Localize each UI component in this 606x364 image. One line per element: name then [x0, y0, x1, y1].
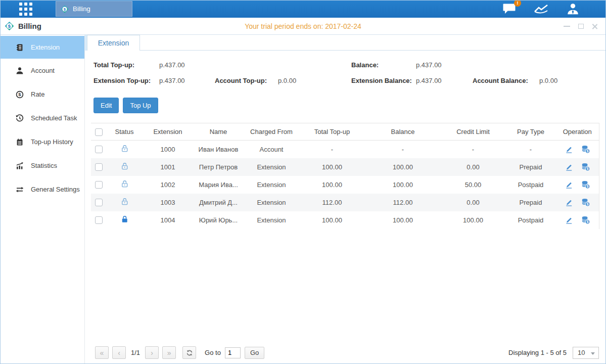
- sidebar: Extension Account $ Rate Scheduled Task …: [0, 35, 85, 364]
- extension-balance-label: Extension Balance:: [351, 77, 416, 84]
- edit-icon[interactable]: [565, 163, 573, 171]
- row-checkbox[interactable]: [95, 146, 103, 153]
- svg-text:$: $: [586, 202, 588, 206]
- taskbar-tab-billing[interactable]: $ Billing: [56, 1, 132, 17]
- close-button[interactable]: [592, 23, 598, 29]
- billing-diamond-icon: $: [5, 21, 14, 31]
- cell-charged-from: Extension: [244, 158, 299, 176]
- minimize-button[interactable]: [564, 26, 570, 27]
- sidebar-item-statistics[interactable]: Statistics: [0, 154, 84, 177]
- lock-status-icon[interactable]: [120, 162, 129, 170]
- messages-icon[interactable]: !: [502, 3, 517, 15]
- cell-credit-limit: 0.00: [441, 194, 505, 211]
- svg-text:$: $: [586, 220, 588, 224]
- statistics-chart-icon[interactable]: [534, 3, 549, 15]
- svg-text:$: $: [18, 92, 21, 97]
- cell-balance: 100.00: [365, 211, 441, 229]
- account-topup-label: Account Top-up:: [215, 77, 278, 84]
- lock-status-icon[interactable]: [120, 197, 129, 206]
- top-up-button[interactable]: Top Up: [123, 98, 158, 113]
- cell-name: Дмитрий Д...: [193, 194, 244, 211]
- edit-button[interactable]: Edit: [94, 98, 119, 113]
- row-checkbox[interactable]: [95, 199, 103, 206]
- col-extension: Extension: [143, 123, 193, 141]
- cell-charged-from: Extension: [244, 194, 299, 211]
- account-topup-value: p.0.00: [278, 77, 351, 84]
- sidebar-item-topup-history[interactable]: Top-up History: [0, 130, 84, 154]
- window-title: Billing: [18, 22, 41, 30]
- edit-icon[interactable]: [565, 198, 573, 207]
- balance-label: Balance:: [351, 61, 416, 69]
- sidebar-item-account[interactable]: Account: [0, 59, 84, 82]
- next-page-button[interactable]: ›: [145, 346, 159, 359]
- total-topup-label: Total Top-up:: [94, 61, 159, 69]
- chevron-down-icon: [591, 352, 595, 355]
- sidebar-item-label: Scheduled Task: [31, 114, 77, 122]
- col-operation: Operation: [556, 123, 599, 141]
- top-up-coins-icon[interactable]: $: [581, 162, 590, 171]
- page-size-select[interactable]: 10: [573, 347, 599, 359]
- user-account-icon[interactable]: [566, 3, 580, 16]
- svg-text:$: $: [64, 7, 66, 11]
- cell-extension: 1002: [143, 176, 193, 194]
- cell-pay-type: Postpaid: [505, 211, 556, 229]
- svg-text:$: $: [586, 167, 588, 171]
- sidebar-item-label: Statistics: [31, 162, 57, 169]
- edit-icon[interactable]: [565, 180, 573, 189]
- lock-status-icon[interactable]: [120, 179, 129, 188]
- cell-extension: 1003: [143, 194, 193, 211]
- lock-status-icon[interactable]: [120, 144, 129, 153]
- select-all-checkbox[interactable]: [95, 128, 103, 136]
- first-page-button[interactable]: «: [95, 346, 109, 359]
- tab-strip: Extension: [85, 35, 606, 51]
- cell-total-topup: 100.00: [299, 158, 365, 176]
- balance-value: p.437.00: [416, 61, 473, 69]
- refresh-button[interactable]: [182, 346, 196, 359]
- svg-text:$: $: [586, 149, 588, 153]
- row-checkbox[interactable]: [95, 216, 103, 224]
- col-credit-limit: Credit Limit: [441, 123, 505, 141]
- goto-page-input[interactable]: [225, 347, 241, 358]
- sidebar-item-rate[interactable]: $ Rate: [0, 82, 84, 106]
- cell-extension: 1001: [143, 158, 193, 176]
- sidebar-item-scheduled-task[interactable]: Scheduled Task: [0, 106, 84, 130]
- sidebar-item-label: General Settings: [31, 186, 80, 193]
- maximize-button[interactable]: [578, 24, 584, 29]
- top-up-coins-icon[interactable]: $: [581, 198, 590, 207]
- cell-extension: 1000: [143, 141, 193, 158]
- table-row: 1004 Юрий Юрь... Extension 100.00 100.00…: [91, 211, 599, 229]
- go-button[interactable]: Go: [245, 347, 264, 359]
- sidebar-item-label: Extension: [31, 43, 60, 51]
- cell-credit-limit: 50.00: [441, 176, 505, 194]
- top-up-coins-icon[interactable]: $: [581, 215, 590, 224]
- cell-credit-limit: -: [441, 141, 505, 158]
- tab-extension[interactable]: Extension: [87, 35, 140, 51]
- prev-page-button[interactable]: ‹: [112, 346, 126, 359]
- table-row: 1000 Иван Иванов Account - - - - $: [91, 141, 599, 158]
- cell-charged-from: Extension: [244, 211, 299, 229]
- row-checkbox[interactable]: [95, 163, 103, 171]
- col-pay-type: Pay Type: [505, 123, 556, 141]
- cell-name: Мария Ива...: [193, 176, 244, 194]
- lock-status-icon[interactable]: [120, 215, 129, 223]
- cell-extension: 1004: [143, 211, 193, 229]
- account-balance-label: Account Balance:: [473, 77, 539, 84]
- cell-pay-type: Prepaid: [505, 158, 556, 176]
- app-launcher-grid-icon[interactable]: [19, 3, 33, 16]
- last-page-button[interactable]: »: [162, 346, 176, 359]
- row-checkbox[interactable]: [95, 181, 103, 189]
- sidebar-item-general-settings[interactable]: General Settings: [0, 177, 84, 201]
- cell-charged-from: Extension: [244, 176, 299, 194]
- billing-diamond-icon: $: [61, 5, 69, 13]
- pagination-bar: « ‹ 1/1 › » Go to Go Displaying 1 - 5 of…: [95, 346, 599, 359]
- cell-balance: 112.00: [365, 194, 441, 211]
- sidebar-item-extension[interactable]: Extension: [0, 36, 84, 59]
- col-charged-from: Charged From: [244, 123, 299, 141]
- top-up-coins-icon[interactable]: $: [581, 145, 590, 154]
- sidebar-item-label: Account: [31, 67, 55, 74]
- cell-total-topup: 100.00: [299, 176, 365, 194]
- edit-icon[interactable]: [565, 145, 573, 154]
- top-up-coins-icon[interactable]: $: [581, 180, 590, 189]
- edit-icon[interactable]: [565, 216, 573, 224]
- page-indicator: 1/1: [131, 349, 140, 356]
